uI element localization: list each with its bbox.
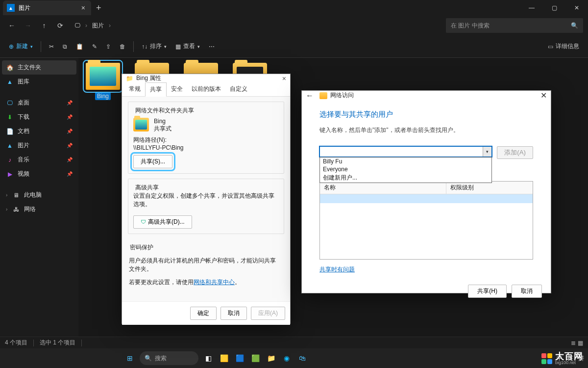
user-input[interactable] xyxy=(319,146,492,157)
dialog-footer: 确定 取消 应用(A) xyxy=(122,301,290,325)
folder-label: Bing xyxy=(95,92,111,100)
tab-general[interactable]: 常规 xyxy=(124,82,145,96)
grid-view-button[interactable]: ▦ xyxy=(578,340,583,346)
paste-button[interactable]: 📋 xyxy=(72,41,87,53)
search-icon: 🔍 xyxy=(145,355,152,362)
dropdown-list: Billy Fu Everyone 创建新用户... xyxy=(319,157,492,183)
search-icon: 🔍 xyxy=(571,22,578,29)
close-button[interactable]: ✕ xyxy=(529,91,547,100)
advanced-share-button[interactable]: 高级共享(D)... xyxy=(133,215,192,229)
tab-title: 图片 xyxy=(19,4,30,12)
delete-button[interactable]: 🗑 xyxy=(116,41,129,53)
sidebar-item-videos[interactable]: ▶视频📌 xyxy=(2,167,76,181)
taskbar-explorer[interactable]: 📁 xyxy=(265,352,277,364)
column-permission[interactable]: 权限级别 xyxy=(446,182,533,194)
new-tab-button[interactable]: + xyxy=(96,3,101,13)
sidebar-item-home[interactable]: 🏠主文件夹 xyxy=(2,60,76,75)
sidebar-item-documents[interactable]: 📄文档📌 xyxy=(2,124,76,138)
taskbar-app[interactable]: 🟩 xyxy=(249,352,261,364)
sidebar-item-downloads[interactable]: ⬇下载📌 xyxy=(2,110,76,124)
dialog-header: ← 网络访问 ✕ xyxy=(302,91,551,100)
trouble-link[interactable]: 共享时有问题 xyxy=(319,265,355,274)
forward-button[interactable]: → xyxy=(21,19,35,32)
tab-security[interactable]: 安全 xyxy=(167,82,187,96)
search-input[interactable]: 在 图片 中搜索 🔍 xyxy=(446,18,583,33)
new-button[interactable]: ⊕ 新建 ▾ xyxy=(5,40,37,53)
taskbar-app[interactable]: 🟨 xyxy=(218,352,230,364)
dropdown-option[interactable]: Billy Fu xyxy=(320,158,491,165)
maximize-button[interactable]: ▢ xyxy=(543,0,565,16)
chevron-right-icon: › xyxy=(6,207,7,212)
tab-pictures[interactable]: ▲ 图片 × xyxy=(3,0,91,15)
separator xyxy=(133,41,134,52)
pin-icon: 📌 xyxy=(67,171,73,177)
column-name[interactable]: 名称 xyxy=(320,182,446,194)
back-button[interactable]: ← xyxy=(306,91,314,100)
list-header: 名称 权限级别 xyxy=(320,182,533,194)
chevron-right-icon: › xyxy=(109,22,111,29)
breadcrumb[interactable]: 🖵 › 图片 › xyxy=(74,22,111,30)
dialog-title: Bing 属性 xyxy=(136,74,161,82)
sidebar-item-network[interactable]: ›🖧网络 xyxy=(2,202,76,216)
chevron-right-icon: › xyxy=(85,22,87,29)
share-button[interactable]: ⇪ xyxy=(102,41,115,53)
dialog-titlebar[interactable]: 📁 Bing 属性 × xyxy=(122,74,290,82)
taskbar-search[interactable]: 🔍搜索 xyxy=(140,351,198,365)
up-button[interactable]: ↑ xyxy=(37,19,51,32)
cancel-button[interactable]: 取消 xyxy=(512,285,542,298)
dropdown-option[interactable]: Everyone xyxy=(320,165,491,173)
breadcrumb-item[interactable]: 图片 xyxy=(92,22,104,30)
sidebar-item-gallery[interactable]: ▲图库 xyxy=(2,75,76,89)
apply-button[interactable]: 应用(A) xyxy=(251,307,285,320)
tab-previous[interactable]: 以前的版本 xyxy=(187,82,225,96)
task-view-button[interactable]: ◧ xyxy=(202,352,214,364)
rename-button[interactable]: ✎ xyxy=(88,41,101,53)
refresh-button[interactable]: ⟳ xyxy=(53,19,67,32)
sidebar-item-thispc[interactable]: ›🖥此电脑 xyxy=(2,188,76,202)
view-button[interactable]: ▦ 查看 ▾ xyxy=(172,40,204,53)
user-combobox[interactable]: ▾ Billy Fu Everyone 创建新用户... xyxy=(319,146,492,159)
close-button[interactable]: ✕ xyxy=(565,0,588,16)
toolbar: ⊕ 新建 ▾ ✂ ⧉ 📋 ✎ ⇪ 🗑 ↑↓ 排序 ▾ ▦ 查看 ▾ ⋯ ▭ 详细… xyxy=(0,35,588,58)
ok-button[interactable]: 确定 xyxy=(190,307,217,320)
tab-share[interactable]: 共享 xyxy=(145,82,167,97)
cut-button[interactable]: ✂ xyxy=(45,41,58,53)
list-view-button[interactable]: ≣ xyxy=(571,340,576,346)
sidebar-item-music[interactable]: ♪音乐📌 xyxy=(2,153,76,167)
dialog-title: 网络访问 xyxy=(330,91,354,100)
taskbar-app[interactable]: 🟦 xyxy=(234,352,245,364)
share-submit-button[interactable]: 共享(H) xyxy=(468,285,507,298)
dropdown-arrow-icon[interactable]: ▾ xyxy=(483,147,491,157)
music-icon: ♪ xyxy=(6,157,14,163)
document-icon: 📄 xyxy=(6,128,14,135)
close-button[interactable]: × xyxy=(270,75,286,82)
cancel-button[interactable]: 取消 xyxy=(220,307,247,320)
details-pane-button[interactable]: ▭ 详细信息 xyxy=(544,40,583,53)
list-row-selected[interactable] xyxy=(320,194,533,203)
sidebar-item-pictures[interactable]: ▲图片📌 xyxy=(2,138,76,153)
desktop-icon: 🖵 xyxy=(6,100,14,106)
group-title: 网络文件和文件夹共享 xyxy=(133,106,196,115)
minimize-button[interactable]: — xyxy=(520,0,543,16)
start-button[interactable]: ⊞ xyxy=(124,352,136,364)
folder-icon xyxy=(319,92,327,99)
sort-button[interactable]: ↑↓ 排序 ▾ xyxy=(138,40,171,53)
copy-button[interactable]: ⧉ xyxy=(59,41,71,53)
dropdown-option[interactable]: 创建新用户... xyxy=(320,173,491,183)
more-button[interactable]: ⋯ xyxy=(205,41,219,53)
search-placeholder: 在 图片 中搜索 xyxy=(451,22,490,30)
folder-bing[interactable]: Bing xyxy=(83,63,122,100)
back-button[interactable]: ← xyxy=(5,19,19,32)
selection-count: 选中 1 个项目 xyxy=(40,339,75,347)
network-center-link[interactable]: 网络和共享中心 xyxy=(194,279,235,286)
close-tab-icon[interactable]: × xyxy=(81,4,85,12)
add-button[interactable]: 添加(A) xyxy=(497,146,533,159)
picture-icon: ▲ xyxy=(6,142,14,149)
share-button[interactable]: 共享(S)... xyxy=(133,155,172,168)
taskbar-edge[interactable]: ◉ xyxy=(281,352,293,364)
folder-icon xyxy=(86,63,120,90)
taskbar-store[interactable]: 🛍 xyxy=(296,352,308,364)
tab-customize[interactable]: 自定义 xyxy=(225,82,252,96)
sidebar-item-desktop[interactable]: 🖵桌面📌 xyxy=(2,96,76,110)
permission-list[interactable]: 名称 权限级别 xyxy=(319,181,533,260)
